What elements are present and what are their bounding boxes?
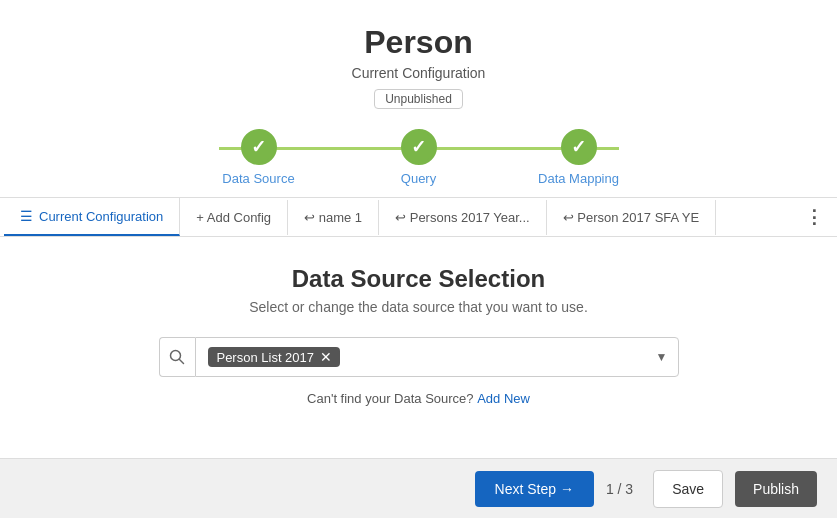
step-data-mapping[interactable]: Data Mapping bbox=[499, 129, 659, 186]
datasource-row: Person List 2017 ✕ ▼ bbox=[159, 337, 679, 377]
step-label-query[interactable]: Query bbox=[401, 171, 436, 186]
status-badge: Unpublished bbox=[374, 89, 463, 109]
form-subtitle: Select or change the data source that yo… bbox=[249, 299, 588, 315]
step-label-data-mapping[interactable]: Data Mapping bbox=[538, 171, 619, 186]
footer: Next Step → 1 / 3 Save Publish bbox=[0, 458, 837, 518]
form-section: Data Source Selection Select or change t… bbox=[0, 237, 837, 458]
svg-line-1 bbox=[180, 360, 184, 364]
page-title: Person bbox=[364, 24, 472, 61]
cant-find-text: Can't find your Data Source? Add New bbox=[307, 391, 530, 406]
tab-icon-0: ☰ bbox=[20, 208, 33, 224]
tab-add-config[interactable]: + Add Config bbox=[180, 200, 288, 235]
tab-label-1: + Add Config bbox=[196, 210, 271, 225]
step-label-data-source[interactable]: Data Source bbox=[222, 171, 294, 186]
step-circle-3 bbox=[561, 129, 597, 165]
pagination-display: 1 / 3 bbox=[606, 481, 633, 497]
tab-current-configuration[interactable]: ☰ Current Configuration bbox=[4, 198, 180, 236]
remove-tag-icon[interactable]: ✕ bbox=[320, 349, 332, 365]
step-query[interactable]: Query bbox=[339, 129, 499, 186]
save-button[interactable]: Save bbox=[653, 470, 723, 508]
selected-source-tag: Person List 2017 ✕ bbox=[208, 347, 340, 367]
tab-person-2017-sfa[interactable]: ↩ Person 2017 SFA YE bbox=[547, 200, 717, 235]
dropdown-arrow-icon: ▼ bbox=[656, 350, 668, 364]
step-data-source[interactable]: Data Source bbox=[179, 129, 339, 186]
add-new-link[interactable]: Add New bbox=[477, 391, 530, 406]
check-icon-2 bbox=[411, 136, 426, 158]
tabs-bar: ☰ Current Configuration + Add Config ↩ n… bbox=[0, 197, 837, 237]
tab-label-0: Current Configuration bbox=[39, 209, 163, 224]
tabs-more-button[interactable]: ⋮ bbox=[795, 198, 833, 236]
check-icon-1 bbox=[251, 136, 266, 158]
step-circle-1 bbox=[241, 129, 277, 165]
search-button[interactable] bbox=[159, 337, 196, 377]
publish-button[interactable]: Publish bbox=[735, 471, 817, 507]
next-step-button[interactable]: Next Step → bbox=[475, 471, 594, 507]
selected-source-label: Person List 2017 bbox=[216, 350, 314, 365]
step-circle-2 bbox=[401, 129, 437, 165]
tab-persons-2017[interactable]: ↩ Persons 2017 Year... bbox=[379, 200, 547, 235]
page-subtitle: Current Configuration bbox=[352, 65, 486, 81]
check-icon-3 bbox=[571, 136, 586, 158]
tab-label-3: ↩ Persons 2017 Year... bbox=[395, 210, 530, 225]
tab-label-2: ↩ name 1 bbox=[304, 210, 362, 225]
form-title: Data Source Selection bbox=[292, 265, 545, 293]
search-icon bbox=[169, 349, 185, 365]
tab-name1[interactable]: ↩ name 1 bbox=[288, 200, 379, 235]
cant-find-label: Can't find your Data Source? bbox=[307, 391, 474, 406]
datasource-display[interactable]: Person List 2017 ✕ ▼ bbox=[195, 337, 678, 377]
stepper: Data Source Query Data Mapping bbox=[119, 129, 719, 186]
tab-label-4: ↩ Person 2017 SFA YE bbox=[563, 210, 700, 225]
